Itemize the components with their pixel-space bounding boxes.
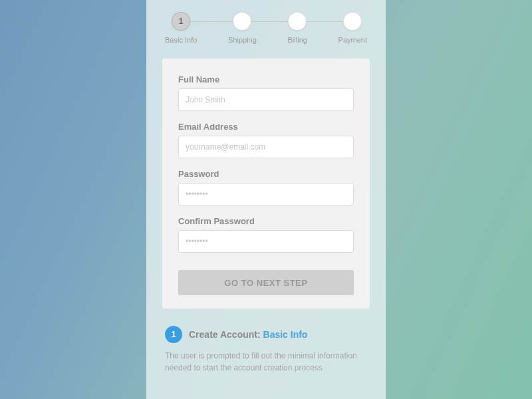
footnote-heading: 1 Create Account: Basic Info — [165, 326, 367, 343]
step-basic-info[interactable]: 1 Basic Info — [165, 12, 197, 44]
footnote-description: The user is prompted to fill out the min… — [165, 350, 367, 374]
fullname-input[interactable] — [178, 88, 354, 111]
fullname-label: Full Name — [178, 74, 354, 84]
step-label: Billing — [288, 36, 307, 44]
step-circle-icon — [233, 12, 251, 31]
form-card: Full Name Email Address Password Confirm… — [162, 59, 370, 309]
footnote-title-accent: Basic Info — [263, 329, 308, 340]
next-step-button[interactable]: GO TO NEXT STEP — [178, 270, 354, 295]
field-password: Password — [178, 169, 354, 205]
field-email: Email Address — [178, 122, 354, 158]
step-circle-icon: 1 — [172, 12, 190, 31]
checkout-panel: 1 Basic Info Shipping Billing Payment Fu… — [146, 0, 386, 399]
password-label: Password — [178, 169, 354, 179]
email-label: Email Address — [178, 122, 354, 132]
step-label: Shipping — [228, 36, 257, 44]
confirm-password-label: Confirm Password — [178, 216, 354, 226]
stepper-connector — [182, 21, 350, 22]
step-billing[interactable]: Billing — [288, 12, 307, 44]
step-label: Basic Info — [165, 36, 197, 44]
field-confirm-password: Confirm Password — [178, 216, 354, 253]
password-input[interactable] — [178, 183, 354, 205]
progress-stepper: 1 Basic Info Shipping Billing Payment — [162, 0, 370, 44]
step-circle-icon — [288, 12, 307, 31]
step-shipping[interactable]: Shipping — [228, 12, 257, 44]
step-payment[interactable]: Payment — [338, 12, 367, 44]
confirm-password-input[interactable] — [178, 230, 354, 253]
footnote-title-prefix: Create Account: — [189, 329, 263, 340]
footnote-badge-icon: 1 — [165, 326, 182, 343]
footnote: 1 Create Account: Basic Info The user is… — [162, 326, 370, 374]
footnote-title: Create Account: Basic Info — [189, 329, 307, 340]
email-input[interactable] — [178, 136, 354, 158]
field-fullname: Full Name — [178, 74, 354, 111]
step-label: Payment — [338, 36, 367, 44]
step-circle-icon — [343, 12, 362, 31]
